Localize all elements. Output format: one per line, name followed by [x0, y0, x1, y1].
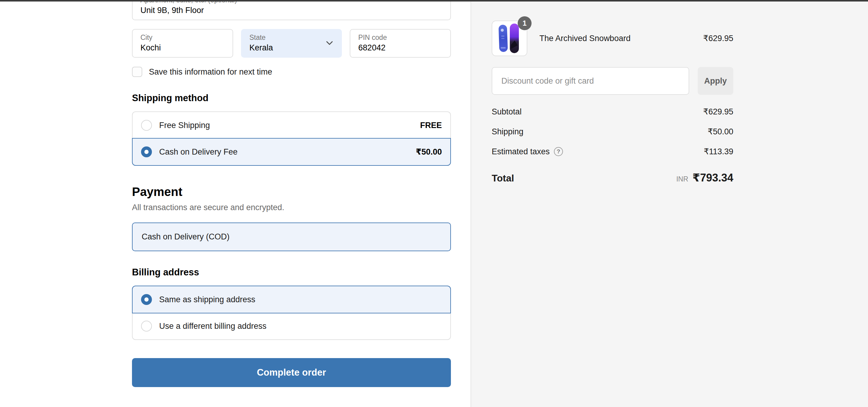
total-currency: INR — [676, 175, 688, 183]
shipping-label: Shipping — [492, 127, 708, 136]
pin-code-label: PIN code — [358, 33, 442, 42]
radio-checked-icon[interactable] — [141, 147, 152, 157]
billing-option-different[interactable]: Use a different billing address — [132, 313, 450, 339]
billing-option-label: Same as shipping address — [159, 295, 442, 304]
shipping-option-price: ₹50.00 — [416, 147, 442, 157]
total-row: Total INR ₹793.34 — [492, 171, 733, 184]
shipping-option-price: FREE — [420, 121, 442, 130]
cart-item-row: 1 The Archived Snowboard ₹629.95 — [492, 21, 733, 56]
estimated-taxes-row: Estimated taxes ? ₹113.39 — [492, 147, 733, 156]
shipping-row: Shipping ₹50.00 — [492, 127, 733, 136]
payment-method-label: Cash on Delivery (COD) — [142, 232, 229, 242]
payment-method-cod[interactable]: Cash on Delivery (COD) — [132, 222, 451, 251]
city-state-pin-row: City Kochi State Kerala PIN code 682042 — [132, 29, 451, 58]
shipping-option-free[interactable]: Free Shipping FREE — [132, 112, 450, 138]
shipping-options-box: Free Shipping FREE Cash on Delivery Fee … — [132, 112, 451, 166]
browser-edge-bar — [0, 0, 868, 1]
shipping-option-label: Free Shipping — [159, 121, 420, 130]
quantity-badge: 1 — [518, 16, 532, 30]
pin-code-field[interactable]: PIN code 682042 — [350, 29, 451, 58]
chevron-down-icon — [326, 40, 334, 47]
billing-options-box: Same as shipping address Use a different… — [132, 286, 451, 340]
total-value: ₹793.34 — [692, 171, 733, 184]
billing-option-label: Use a different billing address — [159, 321, 442, 331]
estimated-taxes-value: ₹113.39 — [704, 147, 733, 156]
billing-option-same[interactable]: Same as shipping address — [132, 286, 451, 313]
total-label: Total — [492, 173, 676, 184]
radio-checked-icon[interactable] — [141, 294, 152, 305]
state-select[interactable]: State Kerala — [241, 29, 342, 58]
apply-discount-button[interactable]: Apply — [698, 67, 733, 95]
payment-heading: Payment — [132, 185, 451, 199]
apartment-field[interactable]: Apartment, suite, etc. (optional) Unit 9… — [132, 0, 451, 20]
apartment-value: Unit 9B, 9th Floor — [141, 5, 442, 15]
checkout-page: Apartment, suite, etc. (optional) Unit 9… — [0, 0, 868, 407]
subtotal-value: ₹629.95 — [703, 107, 733, 117]
pin-code-value: 682042 — [358, 43, 442, 53]
radio-unchecked-icon[interactable] — [141, 120, 152, 131]
product-thumbnail: 1 — [492, 21, 527, 56]
radio-unchecked-icon[interactable] — [141, 321, 152, 332]
subtotal-row: Subtotal ₹629.95 — [492, 107, 733, 117]
discount-code-input[interactable] — [492, 67, 689, 95]
subtotal-label: Subtotal — [492, 107, 703, 117]
save-info-row: Save this information for next time — [132, 67, 451, 77]
city-value: Kochi — [141, 43, 225, 53]
order-summary-content: 1 The Archived Snowboard ₹629.95 Apply S… — [492, 21, 733, 184]
city-field[interactable]: City Kochi — [132, 29, 233, 58]
product-title: The Archived Snowboard — [539, 34, 703, 43]
discount-row: Apply — [492, 67, 733, 95]
save-info-checkbox[interactable] — [132, 67, 142, 77]
product-price: ₹629.95 — [703, 33, 733, 43]
complete-order-button[interactable]: Complete order — [132, 358, 451, 387]
shipping-option-cod[interactable]: Cash on Delivery Fee ₹50.00 — [132, 138, 451, 166]
save-info-label: Save this information for next time — [149, 67, 272, 77]
shipping-option-label: Cash on Delivery Fee — [159, 147, 416, 157]
totals-section: Subtotal ₹629.95 Shipping ₹50.00 Estimat… — [492, 107, 733, 184]
checkout-form-column: Apartment, suite, etc. (optional) Unit 9… — [132, 0, 451, 387]
help-icon[interactable]: ? — [554, 147, 563, 156]
order-summary-panel: 1 The Archived Snowboard ₹629.95 Apply S… — [470, 0, 868, 407]
payment-subtitle: All transactions are secure and encrypte… — [132, 203, 451, 212]
state-value: Kerala — [249, 43, 334, 53]
billing-address-heading: Billing address — [132, 267, 451, 278]
city-label: City — [141, 33, 225, 42]
estimated-taxes-label: Estimated taxes — [492, 147, 550, 156]
state-label: State — [249, 33, 334, 42]
checkout-form-area: Apartment, suite, etc. (optional) Unit 9… — [0, 0, 470, 407]
shipping-value: ₹50.00 — [708, 127, 733, 136]
shipping-method-heading: Shipping method — [132, 93, 451, 103]
